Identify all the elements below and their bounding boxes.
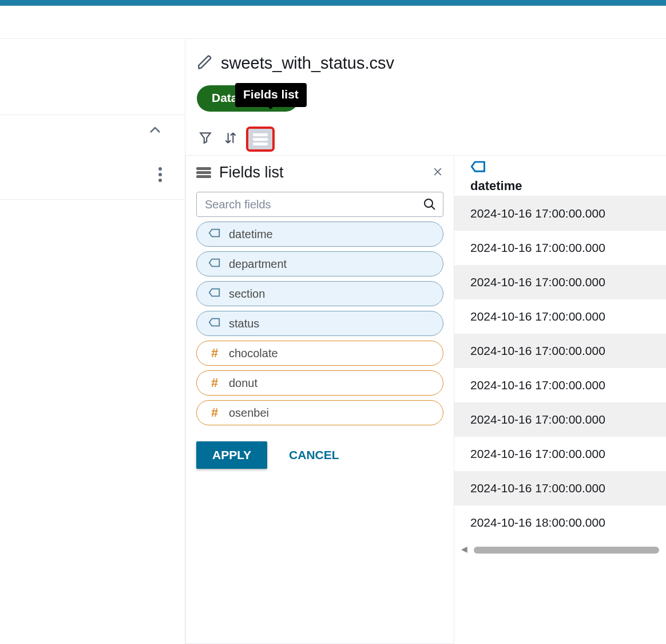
number-icon: # [208,376,221,390]
data-cell: 2024-10-16 17:00:00.000 [454,231,666,265]
field-section[interactable]: section [196,281,443,306]
number-icon: # [208,405,221,420]
chevron-up-icon[interactable] [148,124,162,140]
fields-list-button[interactable] [248,129,272,149]
cancel-button[interactable]: CANCEL [289,448,339,462]
divider [0,199,185,200]
field-label: status [229,317,259,330]
data-cell: 2024-10-16 18:00:00.000 [454,505,666,540]
field-label: department [229,258,287,271]
column-header: datetime [470,179,650,193]
field-label: chocolate [229,347,278,360]
field-chocolate[interactable]: # chocolate [196,341,443,366]
data-cell: 2024-10-16 17:00:00.000 [454,334,666,368]
filter-icon[interactable] [198,131,213,148]
search-icon [423,197,437,211]
number-icon: # [208,346,221,361]
field-label: datetime [229,228,273,241]
edit-icon[interactable] [197,54,213,73]
field-osenbei[interactable]: # osenbei [196,400,443,425]
fields-list-panel: Fields list datetime department [185,155,454,644]
data-cell: 2024-10-16 17:00:00.000 [454,196,666,231]
panel-title: Fields list [219,164,424,181]
tag-icon [208,227,221,242]
sort-icon[interactable] [223,131,238,148]
data-preview-column: datetime 2024-10-16 17:00:00.000 2024-10… [454,155,666,644]
fields-list-tooltip: Fields list [235,83,307,107]
data-cell: 2024-10-16 17:00:00.000 [454,368,666,402]
more-menu-icon[interactable] [158,165,162,184]
field-status[interactable]: status [196,311,443,336]
field-datetime[interactable]: datetime [196,222,443,247]
tag-icon [208,317,221,331]
field-donut[interactable]: # donut [196,370,443,396]
field-label: donut [229,377,257,390]
field-label: section [229,287,265,301]
svg-point-0 [425,199,433,207]
file-title: sweets_with_status.csv [221,54,394,73]
data-cell: 2024-10-16 17:00:00.000 [454,437,666,471]
data-cell: 2024-10-16 17:00:00.000 [454,299,666,334]
apply-button[interactable]: APPLY [196,441,267,469]
divider [0,114,185,115]
close-icon[interactable] [432,165,443,181]
data-cell: 2024-10-16 17:00:00.000 [454,471,666,505]
field-department[interactable]: department [196,251,443,276]
tag-icon [208,287,221,301]
tag-icon [470,165,486,175]
tag-icon [208,257,221,271]
field-label: osenbei [229,406,269,420]
top-accent-bar [0,0,666,6]
search-fields-input[interactable] [196,192,443,217]
data-cell: 2024-10-16 17:00:00.000 [454,402,666,437]
left-sidebar [0,39,185,644]
horizontal-scrollbar[interactable]: ◀ [461,546,659,554]
fields-list-icon [196,166,211,179]
data-cell: 2024-10-16 17:00:00.000 [454,265,666,299]
header-spacer [0,6,666,39]
